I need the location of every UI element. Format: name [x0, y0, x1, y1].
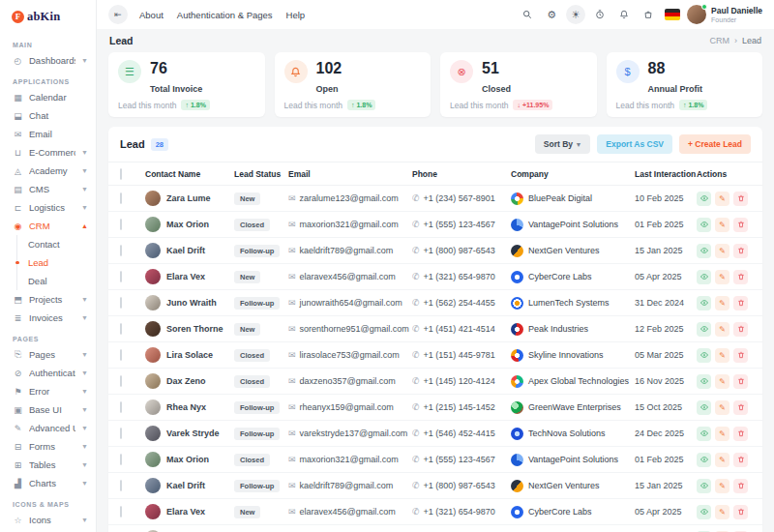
settings-icon[interactable]: ⚙	[542, 5, 561, 24]
edit-button[interactable]: ✎	[715, 218, 729, 232]
contact-cell[interactable]: Zara Lume	[145, 191, 234, 206]
row-checkbox[interactable]	[120, 192, 122, 204]
view-button[interactable]	[697, 400, 711, 415]
sidebar-item-invoices[interactable]: ≣Invoices▼	[0, 309, 96, 327]
edit-button[interactable]: ✎	[715, 270, 729, 284]
history-icon[interactable]	[590, 5, 610, 24]
sidebar-subitem-lead[interactable]: Lead	[17, 253, 96, 272]
row-checkbox[interactable]	[120, 323, 122, 335]
view-button[interactable]	[697, 374, 711, 389]
edit-button[interactable]: ✎	[715, 348, 729, 363]
delete-button[interactable]	[733, 270, 748, 284]
sidebar-item-dashboards[interactable]: ◴Dashboards▼	[0, 51, 96, 70]
contact-cell[interactable]: Lira Solace	[145, 347, 234, 363]
sidebar-subitem-contact[interactable]: Contact	[17, 235, 96, 253]
view-button[interactable]	[697, 505, 711, 519]
view-button[interactable]	[697, 218, 711, 232]
row-checkbox[interactable]	[120, 219, 122, 230]
edit-button[interactable]: ✎	[715, 244, 729, 258]
view-button[interactable]	[697, 296, 711, 310]
view-button[interactable]	[697, 270, 711, 284]
edit-button[interactable]: ✎	[715, 479, 729, 493]
sidebar-item-calendar[interactable]: ▦Calendar	[0, 88, 96, 106]
delete-button[interactable]	[733, 244, 748, 258]
contact-cell[interactable]: Elara Vex	[145, 269, 234, 284]
menu-item-about[interactable]: About	[139, 10, 164, 20]
row-checkbox[interactable]	[120, 245, 122, 256]
sidebar-item-advanced-ui[interactable]: ✎Advanced UI▼	[0, 419, 96, 437]
sidebar-subitem-deal[interactable]: Deal	[17, 272, 96, 290]
export-csv-button[interactable]: Export As CSV	[597, 134, 672, 154]
search-icon[interactable]	[518, 5, 537, 24]
row-checkbox[interactable]	[120, 375, 122, 387]
contact-cell[interactable]: Dax Zeno	[145, 373, 234, 389]
delete-button[interactable]	[733, 296, 748, 310]
sidebar-item-cms[interactable]: ▤CMS▼	[0, 180, 96, 198]
sidebar-item-authentication[interactable]: ⊘Authentication▼	[0, 364, 96, 382]
sidebar-item-error[interactable]: ⚑Error▼	[0, 382, 96, 400]
row-checkbox[interactable]	[120, 428, 122, 439]
row-checkbox[interactable]	[120, 506, 122, 517]
cart-icon[interactable]	[639, 5, 658, 24]
contact-cell[interactable]: Kael Drift	[145, 478, 234, 493]
sidebar-item-tables[interactable]: ⊞Tables▼	[0, 456, 96, 474]
sidebar-item-forms[interactable]: ⊟Forms▼	[0, 437, 96, 456]
sidebar-item-base-ui[interactable]: ▣Base UI▼	[0, 400, 96, 419]
contact-cell[interactable]: Soren Thorne	[145, 321, 234, 337]
row-checkbox[interactable]	[120, 480, 122, 491]
row-checkbox[interactable]	[120, 297, 122, 309]
contact-cell[interactable]: Elara Vex	[145, 504, 234, 519]
sidebar-item-charts[interactable]: ▟Charts▼	[0, 474, 96, 492]
notifications-icon[interactable]	[614, 5, 634, 24]
sidebar-item-logistics[interactable]: ⊏Logistics▼	[0, 198, 96, 217]
edit-button[interactable]: ✎	[715, 453, 729, 467]
delete-button[interactable]	[733, 427, 748, 441]
contact-cell[interactable]: Max Orion	[145, 217, 234, 232]
view-button[interactable]	[697, 479, 711, 493]
delete-button[interactable]	[733, 374, 748, 389]
contact-cell[interactable]: Kael Drift	[145, 243, 234, 258]
edit-button[interactable]: ✎	[715, 322, 729, 337]
edit-button[interactable]: ✎	[715, 400, 729, 415]
view-button[interactable]	[697, 348, 711, 363]
sidebar-item-e-commerce[interactable]: ⊔E-Commerce▼	[0, 143, 96, 162]
brand-logo[interactable]: F abKin	[0, 0, 96, 33]
create-lead-button[interactable]: + Create Lead	[679, 134, 751, 154]
sort-by-button[interactable]: Sort By ▼	[535, 134, 591, 154]
edit-button[interactable]: ✎	[715, 192, 729, 206]
sidebar-item-chat[interactable]: ⬓Chat	[0, 106, 96, 125]
delete-button[interactable]	[733, 218, 748, 232]
edit-button[interactable]: ✎	[715, 427, 729, 441]
sidebar-item-email[interactable]: ✉Email	[0, 125, 96, 143]
language-flag-germany-icon[interactable]	[665, 9, 680, 20]
theme-icon[interactable]: ☀	[566, 5, 585, 24]
edit-button[interactable]: ✎	[715, 296, 729, 310]
edit-button[interactable]: ✎	[715, 374, 729, 389]
breadcrumb-parent[interactable]: CRM	[709, 36, 729, 45]
menu-item-authentication-pages[interactable]: Authentication & Pages	[177, 10, 273, 20]
delete-button[interactable]	[733, 453, 748, 467]
row-checkbox[interactable]	[120, 454, 122, 465]
view-button[interactable]	[697, 244, 711, 258]
delete-button[interactable]	[733, 479, 748, 493]
view-button[interactable]	[697, 427, 711, 441]
sidebar-item-academy[interactable]: ◬Academy▼	[0, 162, 96, 180]
row-checkbox[interactable]	[120, 349, 122, 361]
row-checkbox[interactable]	[120, 271, 122, 282]
contact-cell[interactable]: Max Orion	[145, 452, 234, 467]
user-profile[interactable]: Paul Danielle Founder	[687, 5, 762, 24]
edit-button[interactable]: ✎	[715, 505, 729, 519]
view-button[interactable]	[697, 453, 711, 467]
delete-button[interactable]	[733, 348, 748, 363]
delete-button[interactable]	[733, 400, 748, 415]
contact-cell[interactable]: Juno Wraith	[145, 295, 234, 310]
menu-item-help[interactable]: Help	[286, 10, 306, 20]
contact-cell[interactable]: Rhea Nyx	[145, 399, 234, 415]
contact-cell[interactable]: Varek Stryde	[145, 426, 234, 441]
sidebar-item-icons[interactable]: ☆Icons▼	[0, 511, 96, 529]
sidebar-collapse-button[interactable]: ⇤	[108, 5, 128, 24]
sidebar-item-projects[interactable]: ⬒Projects▼	[0, 290, 96, 309]
row-checkbox[interactable]	[120, 401, 122, 413]
view-button[interactable]	[697, 322, 711, 337]
delete-button[interactable]	[733, 322, 748, 337]
